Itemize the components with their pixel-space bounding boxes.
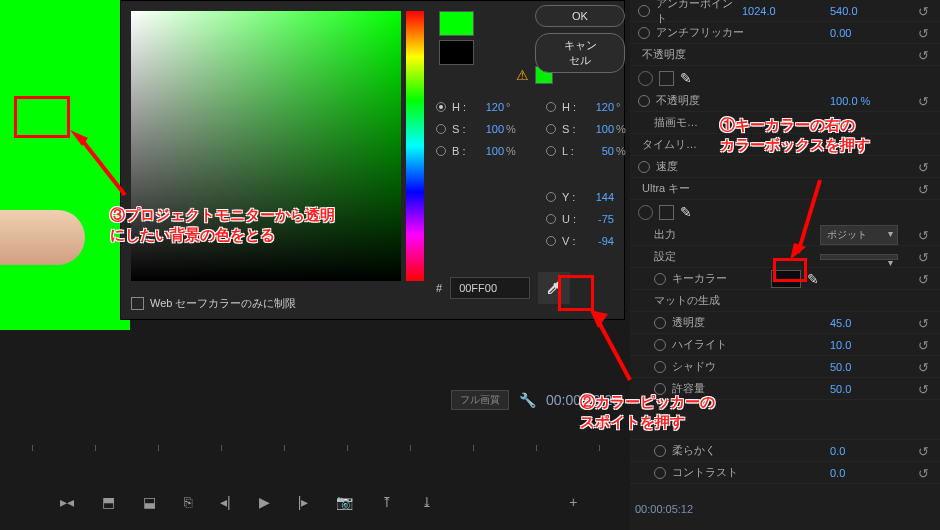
add-marker-icon[interactable]: + bbox=[569, 494, 577, 510]
reset-icon[interactable] bbox=[918, 316, 932, 330]
setting-dropdown[interactable] bbox=[820, 254, 898, 260]
transport-controls: ▸◂ ⬒ ⬓ ⎘ ◂| ▶ |▸ 📷 ⤒ ⤓ + bbox=[60, 494, 577, 510]
svg-marker-3 bbox=[590, 310, 608, 328]
extract-icon[interactable]: ⤓ bbox=[421, 494, 433, 510]
eyedropper-icon[interactable]: ✎ bbox=[807, 271, 819, 287]
radio-h2[interactable] bbox=[546, 102, 556, 112]
color-swatches bbox=[439, 11, 474, 69]
label-s: S : bbox=[452, 123, 470, 135]
annotation-2: ②カラーピッカーのスポイトを押す bbox=[580, 392, 715, 433]
arrow-1 bbox=[790, 175, 830, 260]
svg-line-4 bbox=[798, 180, 820, 253]
mask-ellipse-icon[interactable] bbox=[638, 71, 653, 86]
hsv-column: H :120° S :100% B :100% bbox=[436, 101, 541, 167]
reset-icon[interactable] bbox=[918, 160, 932, 174]
step-forward-icon[interactable]: |▸ bbox=[298, 494, 309, 510]
radio-y[interactable] bbox=[546, 192, 556, 202]
annotation-3: ③プロジェクトモニターから透明にしたい背景の色をとる bbox=[110, 205, 335, 246]
stopwatch-icon[interactable] bbox=[654, 339, 666, 351]
radio-l[interactable] bbox=[546, 146, 556, 156]
new-color-swatch bbox=[439, 11, 474, 36]
hex-label: # bbox=[436, 282, 442, 294]
hue-slider[interactable] bbox=[406, 11, 424, 281]
resolution-dropdown[interactable]: フル画質 bbox=[451, 390, 509, 410]
mark-in-icon[interactable]: ▸◂ bbox=[60, 494, 74, 510]
pen-icon[interactable]: ✎ bbox=[680, 204, 692, 220]
annotation-box-keycolor bbox=[773, 258, 807, 282]
stopwatch-icon[interactable] bbox=[654, 273, 666, 285]
reset-icon[interactable] bbox=[918, 94, 932, 108]
monitor-controls: フル画質 🔧 00:00:19:20 ▸◂ ⬒ ⬓ ⎘ ◂| ▶ |▸ 📷 ⤒ … bbox=[0, 330, 630, 530]
hex-row: # bbox=[436, 272, 570, 304]
value-s[interactable]: 100 bbox=[474, 123, 504, 135]
arrow-2 bbox=[590, 310, 640, 390]
wrench-icon[interactable]: 🔧 bbox=[519, 392, 536, 408]
stopwatch-icon[interactable] bbox=[654, 445, 666, 457]
stopwatch-icon[interactable] bbox=[654, 317, 666, 329]
annotation-1: ①キーカラーの右のカラーボックスを押す bbox=[720, 115, 870, 156]
time-ruler[interactable] bbox=[0, 445, 630, 465]
radio-h[interactable] bbox=[436, 102, 446, 112]
value-h[interactable]: 120 bbox=[474, 101, 504, 113]
video-content-hand bbox=[0, 210, 85, 265]
mask-rect-icon[interactable] bbox=[659, 71, 674, 86]
websafe-label: Web セーフカラーのみに制限 bbox=[150, 296, 296, 311]
reset-icon[interactable] bbox=[918, 272, 932, 286]
reset-icon[interactable] bbox=[918, 182, 932, 196]
reset-icon[interactable] bbox=[918, 48, 932, 62]
overwrite-icon[interactable]: ⬓ bbox=[143, 494, 156, 510]
reset-icon[interactable] bbox=[918, 26, 932, 40]
reset-icon[interactable] bbox=[918, 250, 932, 264]
label-h: H : bbox=[452, 101, 470, 113]
svg-marker-5 bbox=[790, 243, 806, 260]
ok-button[interactable]: OK bbox=[535, 5, 625, 27]
camera-icon[interactable]: 📷 bbox=[336, 494, 353, 510]
reset-icon[interactable] bbox=[918, 382, 932, 396]
reset-icon[interactable] bbox=[918, 4, 932, 18]
websafe-checkbox[interactable] bbox=[131, 297, 144, 310]
stopwatch-icon[interactable] bbox=[638, 27, 650, 39]
timeline-timecode[interactable]: 00:00:05:12 bbox=[635, 503, 693, 515]
cancel-button[interactable]: キャンセル bbox=[535, 33, 625, 73]
radio-s2[interactable] bbox=[546, 124, 556, 134]
stopwatch-icon[interactable] bbox=[654, 361, 666, 373]
old-color-swatch bbox=[439, 40, 474, 65]
annotation-box-monitor bbox=[14, 96, 70, 138]
reset-icon[interactable] bbox=[918, 466, 932, 480]
export-frame-icon[interactable]: ⎘ bbox=[184, 494, 192, 510]
pen-icon[interactable]: ✎ bbox=[680, 70, 692, 86]
svg-line-1 bbox=[82, 140, 125, 195]
radio-s[interactable] bbox=[436, 124, 446, 134]
stopwatch-icon[interactable] bbox=[638, 5, 650, 17]
mask-rect-icon[interactable] bbox=[659, 205, 674, 220]
annotation-box-eyedropper bbox=[558, 275, 594, 311]
step-back-icon[interactable]: ◂| bbox=[220, 494, 231, 510]
mask-ellipse-icon[interactable] bbox=[638, 205, 653, 220]
label-b: B : bbox=[452, 145, 470, 157]
reset-icon[interactable] bbox=[918, 338, 932, 352]
hex-input[interactable] bbox=[450, 277, 530, 299]
yuv-column: Y :144 U :-75 V :-94 bbox=[546, 191, 626, 257]
arrow-3 bbox=[70, 130, 130, 200]
warning-icon: ⚠ bbox=[516, 67, 529, 83]
stopwatch-icon[interactable] bbox=[638, 161, 650, 173]
stopwatch-icon[interactable] bbox=[654, 467, 666, 479]
reset-icon[interactable] bbox=[918, 360, 932, 374]
radio-u[interactable] bbox=[546, 214, 556, 224]
websafe-row: Web セーフカラーのみに制限 bbox=[131, 296, 296, 311]
lift-icon[interactable]: ⤒ bbox=[381, 494, 393, 510]
hsl-column: H :120° S :100% L :50% bbox=[546, 101, 626, 167]
dialog-buttons: OK キャンセル bbox=[535, 5, 625, 79]
radio-v[interactable] bbox=[546, 236, 556, 246]
play-icon[interactable]: ▶ bbox=[259, 494, 270, 510]
insert-icon[interactable]: ⬒ bbox=[102, 494, 115, 510]
output-dropdown[interactable]: ポジット bbox=[820, 225, 898, 245]
reset-icon[interactable] bbox=[918, 228, 932, 242]
stopwatch-icon[interactable] bbox=[638, 95, 650, 107]
value-b[interactable]: 100 bbox=[474, 145, 504, 157]
radio-b[interactable] bbox=[436, 146, 446, 156]
reset-icon[interactable] bbox=[918, 444, 932, 458]
